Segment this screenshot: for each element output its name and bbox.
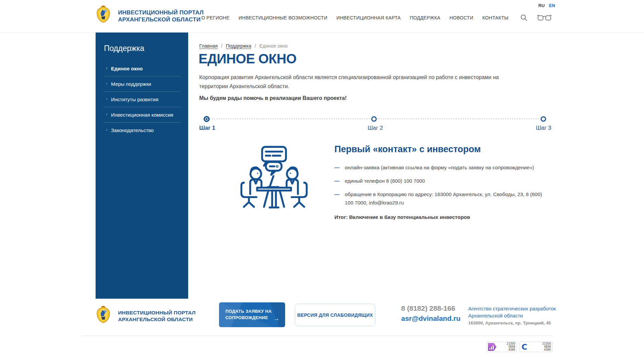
list-item: — онлайн-заявка (активная ссылка на форм… [334,163,554,172]
sidebar-item-label: Законодательство [111,127,154,133]
site-title-line2: АРХАНГЕЛЬСКОЙ ОБЛАСТИ [118,16,204,23]
list-item: — обращение в Корпорацию по адресу: 1630… [334,190,554,207]
footer-agency-line1: Агентство стратегических разработок [468,305,556,312]
footer-divider [82,336,552,336]
breadcrumb-current: Единое окно [259,43,288,49]
chevron-right-icon: › [106,96,107,101]
page-title: ЕДИНОЕ ОКНО [199,51,297,66]
nav-investment-map[interactable]: ИНВЕСТИЦИОННАЯ КАРТА [336,15,401,20]
nav-investment-opportunities[interactable]: ИНВЕСТИЦИОННЫЕ ВОЗМОЖНОСТИ [238,15,327,20]
breadcrumb-home[interactable]: Главная [199,43,218,49]
step-1-dot-active[interactable] [204,116,210,122]
chevron-right-icon: › [106,127,107,132]
lang-en[interactable]: EN [549,3,555,8]
first-contact-title: Первый «контакт» с инвестором [334,144,554,155]
footer-phone[interactable]: 8 (8182) 288-166 [401,304,455,312]
site-title-line1: ИНВЕСТИЦИОННЫЙ ПОРТАЛ [118,9,204,16]
list-item-text: онлайн-заявка (активная ссылка на форму … [345,163,551,172]
list-item-text: обращение в Корпорацию по адресу: 163000… [345,190,551,207]
dash-bullet-icon: — [334,163,340,172]
footer-email[interactable]: asr@dvinaland.ru [401,314,461,322]
page: ИНВЕСТИЦИОННЫЙ ПОРТАЛ АРХАНГЕЛЬСКОЙ ОБЛА… [0,0,644,355]
language-switcher: RU EN [538,3,555,8]
list-item-text: единый телефон 8 (800) 100 7000 [345,177,551,185]
first-contact-list: — онлайн-заявка (активная ссылка на форм… [334,163,554,207]
nav-support[interactable]: ПОДДЕРЖКА [410,15,440,20]
step-3-label[interactable]: Шаг 3 [536,125,551,131]
step-1-label[interactable]: Шаг 1 [199,125,215,131]
nav-contacts[interactable]: КОНТАКТЫ [482,15,508,20]
chevron-right-icon: › [106,65,107,70]
meeting-illustration [239,143,309,212]
bar-chart-counter-icon [488,343,496,351]
counter-values: 21500 4848 4386 [507,342,517,351]
sidebar-item-investicionnaya-komissiya[interactable]: › Инвестиционная комиссия [104,107,181,122]
step-2-label[interactable]: Шаг 2 [368,125,383,131]
footer-site-title-line2: АРХАНГЕЛЬСКОЙ ОБЛАСТИ [118,316,196,323]
counter-values: 21500 4848 4386 [542,342,552,351]
chevron-right-icon: › [106,112,107,117]
sidebar-item-label: Меры поддержки [111,81,151,87]
nav-about-region[interactable]: О РЕГИОНЕ [201,15,229,20]
footer-agency[interactable]: Агентство стратегических разработок Арха… [468,305,556,319]
arrow-right-icon: → [274,315,279,322]
intro-bold-paragraph: Мы будем рады помочь в реализации Вашего… [199,95,346,101]
sidebar-item-mery-podderzhki[interactable]: › Меры поддержки [104,76,181,92]
submit-application-label: ПОДАТЬ ЗАЯВКУ НА СОПРОВОЖДЕНИЕ [225,308,272,321]
footer-address: 163000, Архангельск, пр. Троицкий, 45 [468,320,551,326]
sidebar-support: Поддержка › Единое окно › Меры поддержки… [96,33,188,299]
footer-agency-line2: Архангельской области [468,312,556,319]
site-title[interactable]: ИНВЕСТИЦИОННЫЙ ПОРТАЛ АРХАНГЕЛЬСКОЙ ОБЛА… [118,9,204,23]
sidebar-menu: › Единое окно › Меры поддержки › Институ… [104,61,181,138]
submit-application-button[interactable]: ПОДАТЬ ЗАЯВКУ НА СОПРОВОЖДЕНИЕ → [219,302,285,327]
search-icon[interactable] [520,14,528,22]
breadcrumb: Главная / Поддержка / Единое окно [199,43,288,49]
footer: ИНВЕСТИЦИОННЫЙ ПОРТАЛ АРХАНГЕЛЬСКОЙ ОБЛА… [0,299,644,355]
sidebar-title: Поддержка [104,44,188,53]
step-2-dot[interactable] [371,116,377,122]
chevron-right-icon: › [106,81,107,86]
lang-ru[interactable]: RU [538,3,545,8]
step-3-dot[interactable] [541,116,546,122]
intro-paragraph: Корпорация развития Архангельской област… [199,73,519,91]
visually-impaired-version-label: ВЕРСИЯ ДЛЯ СЛАБОВИДЯЩИХ [297,312,373,318]
first-contact-section: Первый «контакт» с инвестором — онлайн-з… [334,144,554,220]
visitor-counter-badge-2[interactable]: C 21500 4848 4386 [520,342,552,352]
visually-impaired-version-button[interactable]: ВЕРСИЯ ДЛЯ СЛАБОВИДЯЩИХ [295,304,375,326]
header: ИНВЕСТИЦИОННЫЙ ПОРТАЛ АРХАНГЕЛЬСКОЙ ОБЛА… [0,0,644,33]
sidebar-item-edinoe-okno[interactable]: › Единое окно [104,61,181,76]
dash-bullet-icon: — [334,190,340,207]
breadcrumb-support[interactable]: Поддержка [226,43,251,49]
footer-site-title-line1: ИНВЕСТИЦИОННЫЙ ПОРТАЛ [118,309,196,316]
coat-of-arms-logo-footer[interactable] [96,305,111,324]
footer-site-title[interactable]: ИНВЕСТИЦИОННЫЙ ПОРТАЛ АРХАНГЕЛЬСКОЙ ОБЛА… [118,309,196,323]
dash-bullet-icon: — [334,177,340,185]
visitor-counter-badge-1[interactable]: 21500 4848 4386 [487,342,517,352]
coat-of-arms-logo[interactable] [96,5,111,23]
main-nav: О РЕГИОНЕ ИНВЕСТИЦИОННЫЕ ВОЗМОЖНОСТИ ИНВ… [201,3,508,32]
accessibility-glasses-icon[interactable] [537,15,552,21]
nav-news[interactable]: НОВОСТИ [449,15,473,20]
sidebar-item-label: Единое окно [111,66,143,71]
first-contact-result: Итог: Включение в базу потенциальных инв… [334,214,554,220]
sidebar-item-zakonodatelstvo[interactable]: › Законодательство [104,122,181,138]
breadcrumb-separator: / [255,43,256,49]
breadcrumb-separator: / [221,43,222,49]
c-logo-counter-icon: C [522,343,527,351]
sidebar-item-label: Инвестиционная комиссия [111,112,173,118]
list-item: — единый телефон 8 (800) 100 7000 [334,177,554,185]
sidebar-item-instituty-razvitiya[interactable]: › Институты развития [104,92,181,107]
sidebar-item-label: Институты развития [111,97,158,102]
